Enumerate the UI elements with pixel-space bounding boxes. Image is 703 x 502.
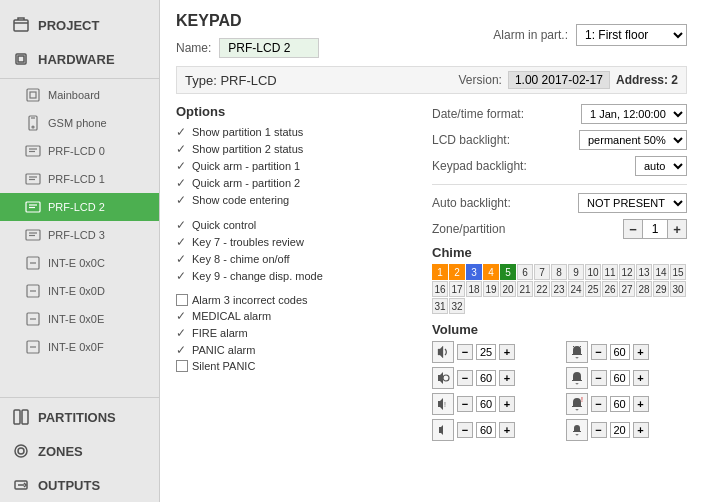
chime-num-30[interactable]: 30 [670,281,686,297]
mainboard-label: Mainboard [48,89,100,101]
vol-plus-4[interactable]: + [499,396,515,412]
check-7: ✓ [176,235,188,249]
chime-num-19[interactable]: 19 [483,281,499,297]
chime-num-15[interactable]: 15 [670,264,686,280]
sidebar-item-partitions[interactable]: PARTITIONS [0,400,159,434]
sidebar-item-prf-lcd-2[interactable]: PRF-LCD 2 [0,193,159,221]
sidebar-item-int-0x0d[interactable]: INT-E 0x0D [0,277,159,305]
uncheck-2 [176,360,188,372]
sidebar-item-outputs[interactable]: OUTPUTS [0,468,159,502]
option-medical[interactable]: ✓ MEDICAL alarm [176,309,416,323]
option-key9[interactable]: ✓ Key 9 - change disp. mode [176,269,416,283]
keypad-backlight-select[interactable]: auto [635,156,687,176]
vol-plus-0[interactable]: + [499,344,515,360]
vol-plus-5[interactable]: + [633,396,649,412]
chime-num-10[interactable]: 10 [585,264,601,280]
option-key7[interactable]: ✓ Key 7 - troubles review [176,235,416,249]
vol-val-2: 60 [476,370,496,386]
vol-minus-4[interactable]: − [457,396,473,412]
chime-num-21[interactable]: 21 [517,281,533,297]
option-panic[interactable]: ✓ PANIC alarm [176,343,416,357]
vol-plus-2[interactable]: + [499,370,515,386]
chime-num-18[interactable]: 18 [466,281,482,297]
auto-backlight-select[interactable]: NOT PRESENT [578,193,687,213]
chime-num-1[interactable]: 1 [432,264,448,280]
chime-num-24[interactable]: 24 [568,281,584,297]
chime-num-16[interactable]: 16 [432,281,448,297]
chime-num-17[interactable]: 17 [449,281,465,297]
vol-plus-7[interactable]: + [633,422,649,438]
zone-partition-plus[interactable]: + [667,219,687,239]
option-quick-arm-1[interactable]: ✓ Quick arm - partition 1 [176,159,416,173]
alarm-select[interactable]: 1: First floor 2: Second floor [576,24,687,46]
vol-minus-0[interactable]: − [457,344,473,360]
option-show-part2[interactable]: ✓ Show partition 2 status [176,142,416,156]
option-quick-control[interactable]: ✓ Quick control [176,218,416,232]
sidebar-item-gsm-phone[interactable]: GSM phone [0,109,159,137]
vol-minus-3[interactable]: − [591,370,607,386]
sidebar-item-hardware[interactable]: HARDWARE [0,42,159,76]
chime-num-32[interactable]: 32 [449,298,465,314]
chime-num-28[interactable]: 28 [636,281,652,297]
chime-num-31[interactable]: 31 [432,298,448,314]
check-3: ✓ [176,159,188,173]
chime-num-6[interactable]: 6 [517,264,533,280]
check-6: ✓ [176,218,188,232]
right-panel: Date/time format: 1 Jan, 12:00:00 LCD ba… [432,104,687,441]
chime-num-22[interactable]: 22 [534,281,550,297]
uncheck-1 [176,294,188,306]
chime-num-29[interactable]: 29 [653,281,669,297]
vol-plus-3[interactable]: + [633,370,649,386]
vol-minus-6[interactable]: − [457,422,473,438]
sidebar: PROJECT HARDWARE Mainboard GSM phone PR [0,0,160,502]
chime-num-27[interactable]: 27 [619,281,635,297]
chime-num-9[interactable]: 9 [568,264,584,280]
option-show-part1[interactable]: ✓ Show partition 1 status [176,125,416,139]
chime-num-4[interactable]: 4 [483,264,499,280]
chime-num-20[interactable]: 20 [500,281,516,297]
chime-num-25[interactable]: 25 [585,281,601,297]
vol-minus-2[interactable]: − [457,370,473,386]
chime-num-26[interactable]: 26 [602,281,618,297]
sidebar-item-project[interactable]: PROJECT [0,8,159,42]
option-quick-arm-2[interactable]: ✓ Quick arm - partition 2 [176,176,416,190]
chime-num-12[interactable]: 12 [619,264,635,280]
sidebar-item-int-0x0f[interactable]: INT-E 0x0F [0,333,159,361]
sidebar-item-zones[interactable]: ZONES [0,434,159,468]
sidebar-item-int-0x0c[interactable]: INT-E 0x0C [0,249,159,277]
chime-num-13[interactable]: 13 [636,264,652,280]
sidebar-item-prf-lcd-0[interactable]: PRF-LCD 0 [0,137,159,165]
zone-partition-minus[interactable]: − [623,219,643,239]
chime-num-23[interactable]: 23 [551,281,567,297]
option-show-code[interactable]: ✓ Show code entering [176,193,416,207]
sidebar-item-prf-lcd-1[interactable]: PRF-LCD 1 [0,165,159,193]
datetime-label: Date/time format: [432,107,542,121]
option-silent-panic[interactable]: Silent PANIC [176,360,416,372]
option-key8[interactable]: ✓ Key 8 - chime on/off [176,252,416,266]
vol-minus-7[interactable]: − [591,422,607,438]
chime-num-5[interactable]: 5 [500,264,516,280]
zones-icon [12,442,30,460]
vol-minus-5[interactable]: − [591,396,607,412]
option-fire[interactable]: ✓ FIRE alarm [176,326,416,340]
auto-backlight-label: Auto backlight: [432,196,542,210]
sidebar-item-prf-lcd-3[interactable]: PRF-LCD 3 [0,221,159,249]
chime-num-8[interactable]: 8 [551,264,567,280]
chime-num-2[interactable]: 2 [449,264,465,280]
vol-minus-1[interactable]: − [591,344,607,360]
sidebar-item-int-0x0e[interactable]: INT-E 0x0E [0,305,159,333]
datetime-select[interactable]: 1 Jan, 12:00:00 [581,104,687,124]
vol-plus-6[interactable]: + [499,422,515,438]
vol-plus-1[interactable]: + [633,344,649,360]
option-label-2: Show partition 2 status [192,143,303,155]
vol-icon-6 [432,419,454,441]
chime-num-7[interactable]: 7 [534,264,550,280]
int-0x0c-icon [24,254,42,272]
chime-num-3[interactable]: 3 [466,264,482,280]
option-alarm3[interactable]: Alarm 3 incorrect codes [176,294,416,306]
check-11: ✓ [176,326,188,340]
lcd-backlight-select[interactable]: permanent 50% [579,130,687,150]
sidebar-item-mainboard[interactable]: Mainboard [0,81,159,109]
chime-num-14[interactable]: 14 [653,264,669,280]
chime-num-11[interactable]: 11 [602,264,618,280]
